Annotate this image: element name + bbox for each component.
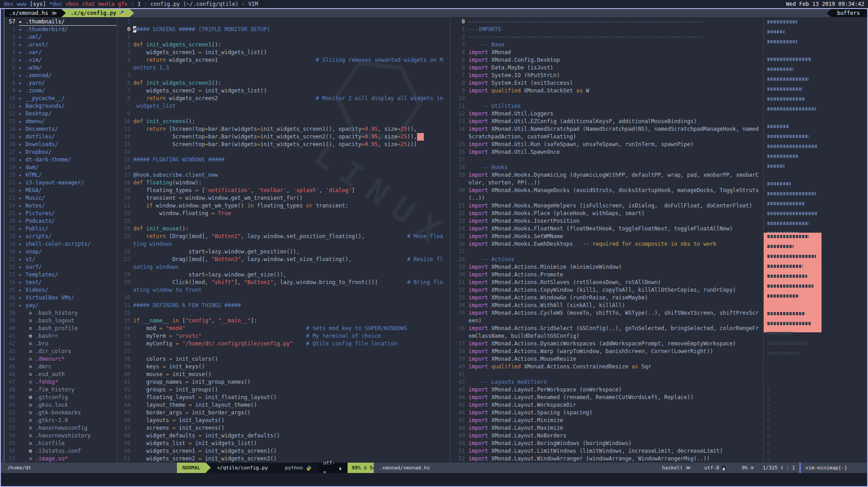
config-line-row[interactable]: 7 widgets_screen2 = init_widgets_list()	[119, 87, 449, 95]
xmonad-line-row[interactable]: 48import XMonad.Layout.Maximize	[452, 424, 763, 432]
config-line-row[interactable]: 24def init_mouse():	[119, 225, 449, 233]
tree-row[interactable]: 4▸ .var/	[5, 49, 116, 56]
workspace-media[interactable]: media	[98, 1, 115, 7]
tree-row[interactable]: 6▸ .w3m/	[5, 64, 116, 72]
tree-row[interactable]: 35▸ Videos/	[5, 286, 116, 294]
minimap-viewport-row[interactable]	[764, 332, 822, 340]
xmonad-line-row[interactable]: 23import XMonad.Hooks.InsertPosition	[452, 217, 763, 225]
tree-row[interactable]: 13▸ dmenu/	[5, 118, 116, 125]
tree-row[interactable]: 45 ≡ .dmrc	[5, 363, 116, 371]
minimap-viewport-row[interactable]	[764, 255, 822, 262]
xmonad-line-row[interactable]: 33import XMonad.Actions.WindowGo (runOrR…	[452, 294, 763, 302]
xmonad-line-row[interactable]: 11 -- Utilities	[452, 102, 763, 110]
xmonad-line-row[interactable]: 45import XMonad.Layout.WorkspaceDir	[452, 401, 763, 409]
tree-row[interactable]: 22▸ MEGA/	[5, 187, 116, 194]
config-line-row[interactable]: 44 layout_theme = init_layout_theme()	[119, 401, 449, 409]
tree-row[interactable]: 23▸ Music/	[5, 194, 116, 202]
config-line-row[interactable]: 35 myTerm = "urxvtc" # My terminal of ch…	[119, 332, 449, 340]
xmonad-line-row[interactable]: 19import XMonad.Hooks.DynamicLog (dynami…	[452, 171, 763, 179]
xmonad-line-row[interactable]: 50import XMonad.Layout.BoringWindows (bo…	[452, 440, 763, 447]
workspace-sys[interactable]: [sys]	[30, 1, 46, 7]
minimap-viewport-row[interactable]	[764, 312, 822, 320]
minimap-viewport-highlight[interactable]	[764, 233, 822, 332]
tree-row[interactable]: 39 ≡ .bash_logout	[5, 317, 116, 325]
config-line-row[interactable]: 9	[119, 110, 449, 118]
xmonad-line-row[interactable]: 22import XMonad.Hooks.Place (placeHook, …	[452, 210, 763, 217]
config-line-row[interactable]: 13 Screen(top=bar.Bar(widgets=init_widge…	[119, 141, 449, 148]
minimap-viewport-row[interactable]	[764, 352, 822, 359]
tree-row[interactable]: 48 ≡ .fim_history	[5, 386, 116, 394]
minimap-row[interactable]	[764, 172, 867, 180]
tab-config-active[interactable]: .c/q/config.py	[66, 9, 130, 17]
config-line-row[interactable]: 41 group_names = init_group_names()	[119, 378, 449, 386]
minimap-row[interactable]	[764, 145, 867, 152]
config-line-row[interactable]: 28 start=lazy.window.get_size()),	[119, 271, 449, 279]
config-line-row[interactable]: 33if __name__ in ["config", "__main__"]:	[119, 317, 449, 325]
config-line-row[interactable]: 15##### FLOATING WINDOWS #####	[119, 156, 449, 164]
tree-row[interactable]: 20▸ HTML/	[5, 171, 116, 179]
tree-row[interactable]: 41 ⚙ .bashrc	[5, 332, 116, 340]
tree-row[interactable]: 24▸ Notes/	[5, 202, 116, 210]
minimap-row[interactable]	[764, 68, 867, 75]
xmonad-line-row[interactable]: 40import qualified XMonad.Actions.Constr…	[452, 363, 763, 371]
minimap-row[interactable]	[764, 115, 867, 123]
xmonad-line-row[interactable]: ScratchpadAction, customFloating)	[452, 133, 763, 141]
config-line-row[interactable]: 1	[119, 18, 449, 26]
tree-row[interactable]: 32▸ surf/	[5, 263, 116, 271]
config-line-row[interactable]: 20 transient = window.window.get_wm_tran…	[119, 194, 449, 202]
config-line-row[interactable]: ting windows	[119, 240, 449, 248]
xmonad-line-row[interactable]: 1---IMPORTS	[452, 26, 763, 33]
xmonad-line-row[interactable]: 17	[452, 156, 763, 164]
config-line-row[interactable]: widgets_list	[119, 102, 449, 110]
tree-row[interactable]: 5▸ .vim/	[5, 56, 116, 64]
workspace-chat[interactable]: chat	[82, 1, 95, 7]
tree-row[interactable]: 56 ⚙ .i3status.conf	[5, 447, 116, 455]
xmonad-line-row[interactable]: 6import Data.Maybe (isJust)	[452, 64, 763, 72]
xmonad-line-row[interactable]: 4import XMonad	[452, 49, 763, 56]
tree-row[interactable]: 27▸ Public/	[5, 225, 116, 233]
tree-row[interactable]: 31▸ st/	[5, 256, 116, 263]
config-line-row[interactable]: 0##### SCREENS ##### (TRIPLE MONITOR SET…	[119, 26, 449, 33]
xmonad-line-row[interactable]: 37import XMonad.Actions.DynamicWorkspace…	[452, 340, 763, 348]
minimap-viewport-row[interactable]	[764, 265, 822, 272]
config-line-row[interactable]: 22 window.floating = True	[119, 210, 449, 217]
minimap-row[interactable]	[764, 20, 867, 28]
xmonad-line-row[interactable]: 38import XMonad.Actions.Warp (warpToWind…	[452, 348, 763, 355]
config-line-row[interactable]: 48 widget_defaults = init_widgets_defaul…	[119, 432, 449, 440]
config-line-row[interactable]: 12 Screen(top=bar.Bar(widgets=init_widge…	[119, 133, 449, 141]
config-line-row[interactable]: 2def init_widgets_screen1():	[119, 41, 449, 49]
config-line-row[interactable]: 50 widgets_screen1 = init_widgets_screen…	[119, 447, 449, 455]
tree-row[interactable]: 34▸ test/	[5, 279, 116, 286]
tree-row[interactable]: 44 ≡ .dmenurc*	[5, 355, 116, 363]
config-line-row[interactable]: 21 if window.window.get_wm_type() in flo…	[119, 202, 449, 210]
minimap-row[interactable]	[764, 135, 867, 142]
minimap-row[interactable]	[764, 125, 867, 133]
xmonad-line-row[interactable]: 9import qualified XMonad.StackSet as W	[452, 87, 763, 95]
config-line-row[interactable]: 27 Drag([mod], "Button3", lazy.window.se…	[119, 256, 449, 263]
minimap-row[interactable]	[764, 48, 867, 55]
xmonad-line-row[interactable]: 27	[452, 248, 763, 256]
minimap-row[interactable]	[764, 97, 867, 105]
minimap-row[interactable]	[764, 30, 867, 38]
tree-row[interactable]: 8▸ .yarn/	[5, 79, 116, 87]
config-line-row[interactable]: 38 colors = init_colors()	[119, 355, 449, 363]
minimap-row[interactable]	[764, 40, 867, 48]
minimap-viewport-row[interactable]	[764, 285, 822, 292]
config-line-row[interactable]: 42 groups = init_groups()	[119, 386, 449, 394]
vim-command-line[interactable]	[1, 473, 867, 486]
xmonad-line-row[interactable]: 42 -- Layouts modifiers	[452, 378, 763, 386]
config-line-row[interactable]: 14	[119, 148, 449, 156]
config-line-row[interactable]: 40 mouse = init_mouse()	[119, 371, 449, 378]
minimap-row[interactable]	[764, 222, 867, 230]
tree-row[interactable]: 10▸ __pycache__/	[5, 95, 116, 102]
tree-row[interactable]: 12▸ Desktop/	[5, 110, 116, 118]
xmonad-line-row[interactable]: 2---------------------------------------…	[452, 33, 763, 41]
config-line-row[interactable]: 6def init_widgets_screen2():	[119, 79, 449, 87]
tree-row[interactable]: 49 ⚙ .gitconfig	[5, 394, 116, 401]
config-line-row[interactable]: 30	[119, 294, 449, 302]
tree-row[interactable]: 46 ≡ .esd_auth	[5, 371, 116, 378]
xmonad-line-row[interactable]: 14import XMonad.Util.NamedScratchpad (Na…	[452, 125, 763, 133]
tree-row[interactable]: 33▸ Templates/	[5, 271, 116, 279]
xmonad-line-row[interactable]: 49import XMonad.Layout.NoBorders	[452, 432, 763, 440]
config-line-row[interactable]: 37	[119, 348, 449, 355]
